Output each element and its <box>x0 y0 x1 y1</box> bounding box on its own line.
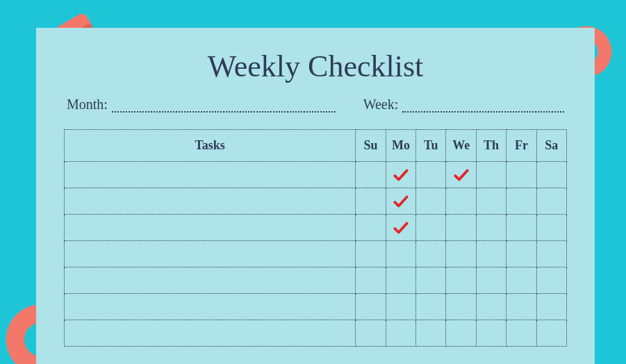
check-cell[interactable] <box>416 188 446 215</box>
task-cell[interactable] <box>65 162 356 188</box>
task-cell[interactable] <box>65 294 356 320</box>
check-cell[interactable] <box>386 188 415 215</box>
check-cell[interactable] <box>536 294 566 320</box>
check-cell[interactable] <box>476 162 506 188</box>
task-cell[interactable] <box>65 241 356 267</box>
check-cell[interactable] <box>356 294 386 320</box>
check-cell[interactable] <box>506 320 536 347</box>
check-cell[interactable] <box>476 188 506 215</box>
check-cell[interactable] <box>356 188 386 215</box>
check-cell[interactable] <box>416 294 446 320</box>
check-cell[interactable] <box>506 215 536 241</box>
check-cell[interactable] <box>506 241 536 267</box>
checkmark-icon <box>392 166 410 184</box>
check-cell[interactable] <box>416 267 446 294</box>
check-cell[interactable] <box>386 162 415 188</box>
check-cell[interactable] <box>356 162 386 188</box>
check-cell[interactable] <box>416 162 446 188</box>
check-cell[interactable] <box>506 294 536 320</box>
check-cell[interactable] <box>446 267 476 294</box>
table-row <box>65 241 567 267</box>
table-row <box>65 162 567 188</box>
check-cell[interactable] <box>536 320 566 347</box>
check-cell[interactable] <box>446 320 476 347</box>
checkmark-icon <box>392 219 410 237</box>
page-title: Weekly Checklist <box>64 49 567 84</box>
check-cell[interactable] <box>476 267 506 294</box>
check-cell[interactable] <box>446 215 476 241</box>
check-cell[interactable] <box>386 215 415 241</box>
task-cell[interactable] <box>65 267 356 294</box>
check-cell[interactable] <box>356 267 386 294</box>
check-cell[interactable] <box>416 215 446 241</box>
check-cell[interactable] <box>446 241 476 267</box>
task-cell[interactable] <box>65 188 356 215</box>
check-cell[interactable] <box>476 320 506 347</box>
check-cell[interactable] <box>476 294 506 320</box>
check-cell[interactable] <box>446 294 476 320</box>
check-cell[interactable] <box>416 241 446 267</box>
check-cell[interactable] <box>536 215 566 241</box>
table-row <box>65 267 567 294</box>
check-cell[interactable] <box>356 215 386 241</box>
checklist-table: Tasks Su Mo Tu We Th Fr Sa <box>64 129 567 347</box>
check-cell[interactable] <box>386 320 415 347</box>
day-header-tu: Tu <box>416 130 446 162</box>
check-cell[interactable] <box>476 215 506 241</box>
task-cell[interactable] <box>65 215 356 241</box>
week-input-line[interactable] <box>402 97 564 113</box>
table-row <box>65 188 567 215</box>
week-field[interactable]: Week: <box>363 97 564 113</box>
day-header-we: We <box>446 130 476 162</box>
checkmark-icon <box>392 192 410 210</box>
tasks-header: Tasks <box>65 130 356 162</box>
check-cell[interactable] <box>386 294 415 320</box>
check-cell[interactable] <box>446 162 476 188</box>
day-header-su: Su <box>356 130 386 162</box>
checklist-paper: Weekly Checklist Month: Week: Tasks Su M… <box>36 28 595 364</box>
check-cell[interactable] <box>506 188 536 215</box>
check-cell[interactable] <box>416 320 446 347</box>
day-header-fr: Fr <box>506 130 536 162</box>
check-cell[interactable] <box>536 188 566 215</box>
check-cell[interactable] <box>386 241 415 267</box>
month-field[interactable]: Month: <box>67 97 336 113</box>
check-cell[interactable] <box>386 267 415 294</box>
month-label: Month: <box>67 97 108 113</box>
table-row <box>65 215 567 241</box>
meta-row: Month: Week: <box>64 97 567 113</box>
check-cell[interactable] <box>446 188 476 215</box>
check-cell[interactable] <box>536 241 566 267</box>
task-cell[interactable] <box>65 320 356 347</box>
day-header-th: Th <box>476 130 506 162</box>
check-cell[interactable] <box>506 162 536 188</box>
day-header-mo: Mo <box>386 130 415 162</box>
check-cell[interactable] <box>476 241 506 267</box>
checkmark-icon <box>452 166 470 184</box>
check-cell[interactable] <box>356 320 386 347</box>
table-row <box>65 294 567 320</box>
check-cell[interactable] <box>536 267 566 294</box>
check-cell[interactable] <box>536 162 566 188</box>
day-header-sa: Sa <box>536 130 566 162</box>
table-row <box>65 320 567 347</box>
check-cell[interactable] <box>356 241 386 267</box>
week-label: Week: <box>363 97 399 113</box>
check-cell[interactable] <box>506 267 536 294</box>
month-input-line[interactable] <box>112 97 336 113</box>
